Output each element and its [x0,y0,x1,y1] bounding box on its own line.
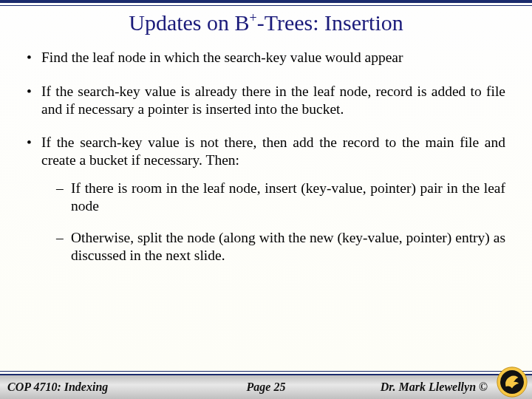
slide: Updates on B+-Trees: Insertion Find the … [0,0,532,399]
top-rule [0,5,532,6]
sub-bullets: If there is room in the leaf node, inser… [41,180,505,265]
sub-bullet-2: Otherwise, split the node (along with th… [41,229,505,265]
footer-rule [0,371,532,372]
title-pre: Updates on B [129,10,249,35]
bullet-2: If the search-key value is already there… [27,83,505,118]
footer-bar: COP 4710: Indexing Page 25 Dr. Mark Llew… [0,374,532,399]
bullet-3: If the search-key value is not there, th… [27,134,505,265]
sub-bullet-1: If there is room in the leaf node, inser… [41,180,505,215]
footer-author: Dr. Mark Llewellyn © [381,381,488,394]
slide-body: Find the leaf node in which the search-k… [0,35,532,265]
footer-course: COP 4710: Indexing [7,381,108,394]
title-sup: + [250,10,257,25]
bullet-3-text: If the search-key value is not there, th… [41,134,505,168]
ucf-pegasus-icon [497,366,528,398]
slide-title: Updates on B+-Trees: Insertion [0,10,532,35]
title-post: -Trees: Insertion [257,10,403,35]
bullet-1: Find the leaf node in which the search-k… [27,49,505,66]
